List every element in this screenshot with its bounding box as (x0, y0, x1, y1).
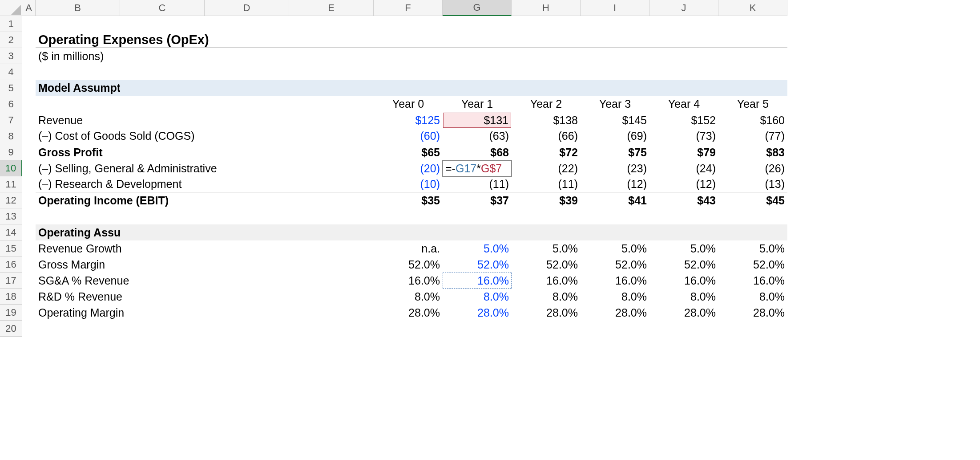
cell-E3[interactable] (289, 48, 374, 64)
cell-H14[interactable] (512, 224, 581, 240)
cell-E7[interactable] (289, 112, 374, 128)
col-header-A[interactable]: A (22, 0, 36, 16)
cell-B16[interactable]: Gross Margin (36, 256, 120, 273)
row-header-19[interactable]: 19 (0, 305, 22, 321)
cell-B10[interactable]: (–) Selling, General & Administrative (36, 160, 120, 176)
cell-C14[interactable] (120, 224, 205, 240)
cell-E17[interactable] (289, 273, 374, 289)
cell-C8[interactable] (120, 128, 205, 144)
cell-J11[interactable]: (12) (649, 176, 718, 192)
cell-I10[interactable]: (23) (581, 160, 649, 176)
cell-J13[interactable] (649, 208, 718, 224)
cell-I13[interactable] (581, 208, 649, 224)
cell-C9[interactable] (120, 144, 205, 160)
cell-J7[interactable]: $152 (649, 112, 718, 128)
cell-E8[interactable] (289, 128, 374, 144)
cell-C6[interactable] (120, 96, 205, 112)
cell-B3[interactable]: ($ in millions) (36, 48, 120, 64)
cell-D17[interactable] (205, 273, 289, 289)
cell-C5[interactable] (120, 80, 205, 96)
cell-B13[interactable] (36, 208, 120, 224)
cell-D4[interactable] (205, 64, 289, 80)
cell-F12[interactable]: $35 (374, 192, 443, 208)
cell-K17[interactable]: 16.0% (718, 273, 787, 289)
cell-B1[interactable] (36, 16, 120, 32)
cell-A3[interactable] (22, 48, 36, 64)
cell-K20[interactable] (718, 321, 787, 337)
cell-D1[interactable] (205, 16, 289, 32)
cell-H4[interactable] (512, 64, 581, 80)
row-header-16[interactable]: 16 (0, 256, 22, 273)
cell-A6[interactable] (22, 96, 36, 112)
cell-C11[interactable] (120, 176, 205, 192)
cell-G2[interactable] (443, 32, 512, 48)
cell-C18[interactable] (120, 289, 205, 305)
col-header-K[interactable]: K (718, 0, 787, 16)
cell-F16[interactable]: 52.0% (374, 256, 443, 273)
cell-D12[interactable] (205, 192, 289, 208)
cell-A2[interactable] (22, 32, 36, 48)
cell-H2[interactable] (512, 32, 581, 48)
cell-K1[interactable] (718, 16, 787, 32)
cell-J12[interactable]: $43 (649, 192, 718, 208)
cell-K4[interactable] (718, 64, 787, 80)
cell-A15[interactable] (22, 240, 36, 256)
cell-D7[interactable] (205, 112, 289, 128)
cell-J18[interactable]: 8.0% (649, 289, 718, 305)
cell-H1[interactable] (512, 16, 581, 32)
row-header-20[interactable]: 20 (0, 321, 22, 337)
cell-C19[interactable] (120, 305, 205, 321)
row-header-10[interactable]: 10 (0, 160, 22, 176)
select-all-corner[interactable] (0, 0, 22, 16)
cell-C17[interactable] (120, 273, 205, 289)
row-header-18[interactable]: 18 (0, 289, 22, 305)
cell-F8[interactable]: (60) (374, 128, 443, 144)
cell-J5[interactable] (649, 80, 718, 96)
cell-F17[interactable]: 16.0% (374, 273, 443, 289)
cell-C16[interactable] (120, 256, 205, 273)
col-header-D[interactable]: D (205, 0, 289, 16)
cell-E16[interactable] (289, 256, 374, 273)
cell-D9[interactable] (205, 144, 289, 160)
cell-B7[interactable]: Revenue (36, 112, 120, 128)
row-header-14[interactable]: 14 (0, 224, 22, 240)
cell-G5[interactable] (443, 80, 512, 96)
cell-A14[interactable] (22, 224, 36, 240)
col-header-J[interactable]: J (649, 0, 718, 16)
cell-E5[interactable] (289, 80, 374, 96)
cell-A10[interactable] (22, 160, 36, 176)
cell-D20[interactable] (205, 321, 289, 337)
cell-I19[interactable]: 28.0% (581, 305, 649, 321)
col-header-E[interactable]: E (289, 0, 374, 16)
cell-E20[interactable] (289, 321, 374, 337)
cell-E14[interactable] (289, 224, 374, 240)
cell-D2[interactable] (205, 32, 289, 48)
cell-K13[interactable] (718, 208, 787, 224)
cell-I17[interactable]: 16.0% (581, 273, 649, 289)
cell-A12[interactable] (22, 192, 36, 208)
cell-G13[interactable] (443, 208, 512, 224)
cell-A19[interactable] (22, 305, 36, 321)
cell-E2[interactable] (289, 32, 374, 48)
cell-A18[interactable] (22, 289, 36, 305)
cell-A7[interactable] (22, 112, 36, 128)
col-header-G[interactable]: G (443, 0, 512, 16)
cell-I15[interactable]: 5.0% (581, 240, 649, 256)
cell-D6[interactable] (205, 96, 289, 112)
col-header-C[interactable]: C (120, 0, 205, 16)
cell-E19[interactable] (289, 305, 374, 321)
cell-F20[interactable] (374, 321, 443, 337)
cell-D16[interactable] (205, 256, 289, 273)
cell-G6[interactable]: Year 1 (443, 96, 512, 112)
cell-J16[interactable]: 52.0% (649, 256, 718, 273)
cell-E15[interactable] (289, 240, 374, 256)
cell-I18[interactable]: 8.0% (581, 289, 649, 305)
col-header-B[interactable]: B (36, 0, 120, 16)
cell-B5[interactable]: Model Assumptions (36, 80, 120, 96)
col-header-I[interactable]: I (581, 0, 649, 16)
cell-D5[interactable] (205, 80, 289, 96)
cell-I1[interactable] (581, 16, 649, 32)
cell-G14[interactable] (443, 224, 512, 240)
cell-edit-G10[interactable]: =-G17*G$7 (443, 160, 512, 176)
cell-D19[interactable] (205, 305, 289, 321)
